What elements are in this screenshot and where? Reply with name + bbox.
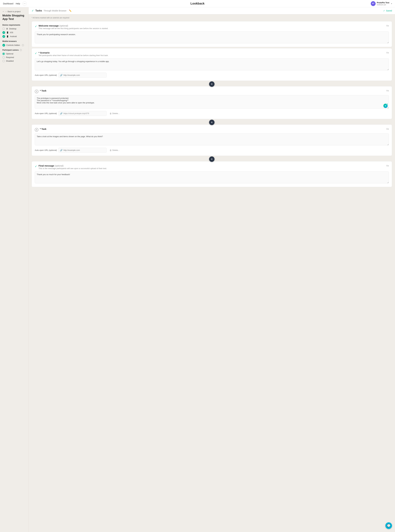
final-check-icon: ✓ [35,165,37,168]
ios-check [2,31,5,34]
task2-aa-icon[interactable]: Aa [386,128,389,130]
chat-button[interactable]: 💬 [385,522,392,529]
task2-delete-label: Delete... [112,149,120,151]
final-aa-icon[interactable]: Aa [386,164,389,167]
task1-delete-label: Delete... [112,112,120,115]
task1-url-input-wrap: 🔗 [58,111,107,116]
desktop-label: Desktop [9,28,16,30]
task1-header-left: 1 * Task [35,89,46,93]
scenario-textarea[interactable]: Let's go shopping today. You will go thr… [35,58,389,70]
scenario-desc: Tell participants what their frame of mi… [38,54,108,56]
add-btn-row-3: + [32,157,392,162]
grammarly-badge [386,103,388,105]
device-requirements-label: Device requirements [2,24,26,26]
controls-hidden-label: Controls hidden [6,44,20,46]
back-to-project-link[interactable]: ← ← Back to project [2,10,26,13]
saved-badge: ✓ Saved [383,10,392,12]
device-requirements-section: Device requirements 🖥 Desktop 📱 iOS [2,24,26,38]
task2-header-left: 2 * Task [35,128,46,132]
saved-label: Saved [386,10,392,12]
task2-card: 2 * Task Aa Take a look at the images an… [32,124,392,156]
desktop-radio[interactable] [2,28,5,30]
participant-camera-info-icon[interactable]: i [20,49,22,51]
mobile-browsers-label: Mobile browsers [2,40,26,42]
task2-textarea[interactable]: Take a look at the images and items show… [35,133,389,146]
add-task-button-3[interactable]: + [209,157,214,162]
camera-option-disabled[interactable]: Disabled [2,60,26,62]
camera-required-radio[interactable] [2,56,5,59]
final-optional-tag: (optional) [55,165,64,167]
welcome-header: ✓ Welcome message (optional) This messag… [35,24,389,29]
task2-trash-icon: 🗑 [110,149,112,151]
task1-delete-button[interactable]: 🗑 Delete... [108,111,121,116]
final-header: ✓ Final message (optional) This is the m… [35,164,389,169]
task1-url-input[interactable] [58,111,107,116]
tasks-subtitle: Through Mobile Browser [44,10,66,12]
add-task-button-1[interactable]: + [209,81,214,87]
task2-delete-button[interactable]: 🗑 Delete... [108,148,121,152]
welcome-textarea[interactable]: Thank you for participating research ses… [35,31,389,43]
welcome-title-wrap: Welcome message (optional) This message … [38,24,108,29]
android-check [2,35,5,38]
device-android[interactable]: 📱 Android [2,35,26,38]
device-ios[interactable]: 📱 iOS [2,31,26,34]
task2-url-input[interactable] [58,148,107,153]
nav-right: PT ProtoPie Test lookback-pie ▾ [371,1,392,6]
sidebar: ← ← Back to project Mobile Shopping App … [0,7,29,532]
final-message-card: ✓ Final message (optional) This is the m… [32,161,392,187]
scenario-card: ✓ * Scenario Tell participants what thei… [32,48,392,81]
task1-textarea[interactable]: The prototype is password protected. The… [35,95,389,109]
camera-required-label: Required [6,56,14,58]
user-name: ProtoPie Test [377,1,389,4]
content-area: * All items marked with an asterisk are … [29,14,395,191]
camera-disabled-radio[interactable] [2,60,5,62]
task2-number: 2 [35,128,38,132]
task2-url-row: Auto-open URL (optional) 🔗 🗑 Delete... [35,148,389,153]
more-button[interactable]: ··· [22,1,27,6]
tasks-check-icon: ✓ [32,9,34,12]
tasks-header-left: ✓ Tasks Through Mobile Browser ✏️ [32,9,71,12]
task1-number: 1 [35,90,38,93]
final-textarea[interactable]: Thank you so much for your feedback! [35,171,389,183]
task1-aa-icon[interactable]: Aa [386,89,389,92]
chat-icon: 💬 [387,524,391,527]
controls-hidden-info-icon[interactable]: i [22,44,24,46]
task1-title-wrap: * Task [40,89,46,92]
camera-option-required[interactable]: Required [2,56,26,59]
avatar: PT [371,1,376,6]
participant-camera-label: Participant camera [2,49,18,51]
final-title: Final message (optional) [38,164,64,167]
edit-icon[interactable]: ✏️ [69,10,71,12]
desktop-icon: 🖥 [6,28,8,30]
help-link[interactable]: Help [16,2,20,5]
device-desktop[interactable]: 🖥 Desktop [2,28,26,30]
controls-hidden-item[interactable]: Controls hidden i [2,44,26,47]
welcome-message-card: ✓ Welcome message (optional) This messag… [32,21,392,47]
link-icon: 🔗 [60,74,62,76]
task1-url-row: Auto-open URL (optional) 🔗 🗑 Delete... [35,111,389,116]
grammarly-icon: G [384,104,388,108]
add-task-button-2[interactable]: + [209,120,214,125]
project-title: Mobile Shopping App Test [2,14,26,21]
scenario-aa-icon[interactable]: Aa [386,51,389,54]
add-btn-row-1: + [32,81,392,87]
camera-optional-radio[interactable] [2,53,5,55]
camera-option-optional[interactable]: Optional [2,53,26,55]
back-arrow-icon: ← [2,10,5,13]
scenario-header-left: ✓ * Scenario Tell participants what thei… [35,51,108,56]
task2-url-label: Auto-open URL (optional) [35,149,57,151]
ios-label: iOS [10,31,13,34]
welcome-aa-icon[interactable]: Aa [386,24,389,27]
dashboard-link[interactable]: Dashboard [3,2,13,5]
scenario-url-input[interactable] [58,73,107,78]
user-info: ProtoPie Test lookback-pie [377,1,389,6]
add-btn-row-2: + [32,120,392,125]
brand-logo: Lookback [190,2,204,5]
task1-url-label: Auto-open URL (optional) [35,112,57,115]
final-header-left: ✓ Final message (optional) This is the m… [35,164,107,169]
nav-left: Dashboard Help ··· [3,1,27,6]
scenario-title: * Scenario [38,51,49,54]
trash-icon: 🗑 [110,112,112,115]
task1-header: 1 * Task Aa [35,89,389,93]
chevron-down-icon[interactable]: ▾ [391,3,392,5]
